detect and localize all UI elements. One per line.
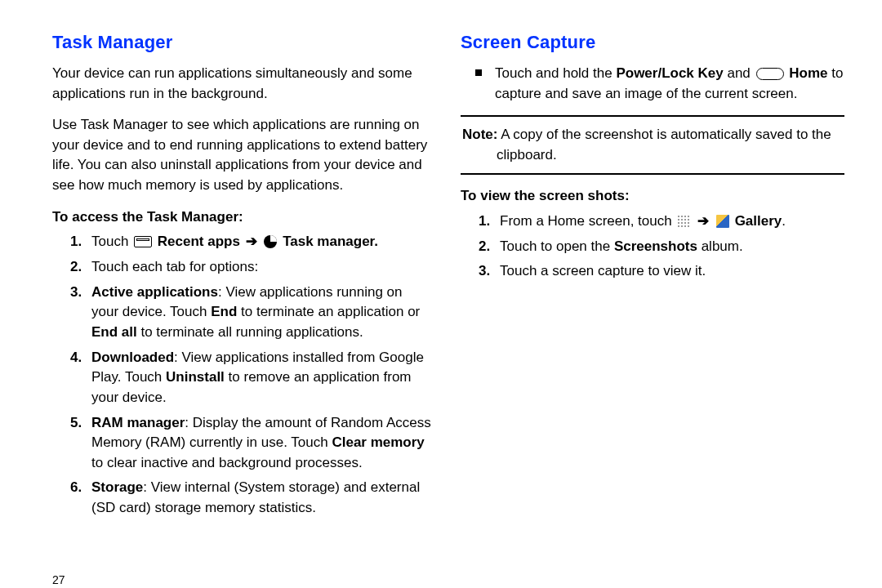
list-number: 5.	[70, 413, 82, 434]
list-number: 1.	[479, 212, 490, 232]
text: Touch each tab for options:	[91, 259, 258, 274]
text: clipboard.	[462, 145, 843, 166]
list-item: 6. Storage: View internal (System storag…	[91, 478, 436, 518]
task-manager-icon	[264, 235, 277, 248]
text: Touch and hold the	[495, 65, 616, 81]
text: to terminate all running applications.	[137, 324, 363, 340]
arrow-icon: ➔	[697, 213, 709, 229]
note-label: Note:	[462, 127, 497, 142]
text: Touch to open the	[500, 238, 614, 254]
text: A copy of the screenshot is automaticall…	[497, 127, 831, 142]
text: to clear inactive and background process…	[91, 455, 363, 470]
text-bold: End all	[91, 324, 137, 340]
list-number: 2.	[70, 257, 82, 278]
text: and	[724, 65, 755, 81]
list-number: 3.	[70, 283, 82, 303]
list-number: 6.	[70, 478, 82, 498]
note-block: Note: A copy of the screenshot is automa…	[461, 115, 844, 175]
square-bullet-icon	[475, 69, 482, 76]
text-bold: Power/Lock Key	[616, 65, 723, 81]
section-heading-screen-capture: Screen Capture	[461, 29, 844, 56]
apps-grid-icon	[677, 215, 690, 228]
text: to terminate an application or	[237, 304, 420, 319]
list-item: 2. Touch each tab for options:	[91, 257, 436, 278]
left-column: Task Manager Your device can run applica…	[52, 29, 436, 523]
gallery-icon	[716, 215, 729, 228]
text-bold: Screenshots	[614, 238, 697, 254]
text: Touch a screen capture to view it.	[500, 263, 706, 278]
home-key-icon	[756, 68, 784, 80]
list-item: 3. Active applications: View application…	[91, 283, 436, 343]
text-bold: Home	[789, 65, 827, 81]
text-bold: RAM manager	[91, 415, 185, 430]
text-bold: Storage	[91, 479, 143, 495]
section-heading-task-manager: Task Manager	[52, 29, 436, 56]
list-number: 4.	[70, 348, 82, 368]
page-content: Task Manager Your device can run applica…	[0, 0, 882, 523]
text-bold: Recent apps	[158, 234, 240, 249]
list-number: 1.	[70, 232, 82, 252]
paragraph: Use Task Manager to see which applicatio…	[52, 115, 436, 196]
list-item: 2. Touch to open the Screenshots album.	[500, 237, 844, 257]
bullet-text: Touch and hold the Power/Lock Key and Ho…	[495, 64, 844, 104]
list-item: 5. RAM manager: Display the amount of Ra…	[91, 413, 436, 474]
page-number: 27	[52, 572, 65, 588]
text: From a Home screen, touch	[500, 213, 675, 229]
text-bold: Active applications	[91, 284, 218, 300]
text-bold: Task manager.	[283, 234, 378, 249]
text: Touch	[91, 234, 132, 249]
subheading: To access the Task Manager:	[52, 207, 436, 228]
list-number: 3.	[479, 261, 490, 282]
list-item: 1. Touch Recent apps ➔ Task manager.	[91, 232, 436, 252]
arrow-icon: ➔	[246, 234, 257, 249]
text-bold: Clear memory	[332, 434, 424, 450]
ordered-list: 1. From a Home screen, touch ➔ Gallery. …	[461, 212, 844, 282]
list-item: 1. From a Home screen, touch ➔ Gallery.	[500, 212, 844, 232]
text-bold: Downloaded	[91, 350, 174, 365]
list-number: 2.	[479, 237, 490, 257]
ordered-list: 1. Touch Recent apps ➔ Task manager. 2. …	[52, 232, 436, 518]
list-item: 4. Downloaded: View applications install…	[91, 348, 436, 408]
text-bold: Gallery	[735, 213, 782, 229]
recent-apps-icon	[134, 236, 152, 247]
list-item: 3. Touch a screen capture to view it.	[500, 261, 844, 282]
subheading: To view the screen shots:	[461, 186, 844, 207]
right-column: Screen Capture Touch and hold the Power/…	[461, 29, 844, 523]
text-bold: Uninstall	[166, 369, 225, 385]
text-bold: End	[211, 304, 237, 319]
bullet-item: Touch and hold the Power/Lock Key and Ho…	[461, 64, 844, 104]
paragraph: Your device can run applications simulta…	[52, 64, 436, 104]
text: album.	[697, 238, 743, 254]
